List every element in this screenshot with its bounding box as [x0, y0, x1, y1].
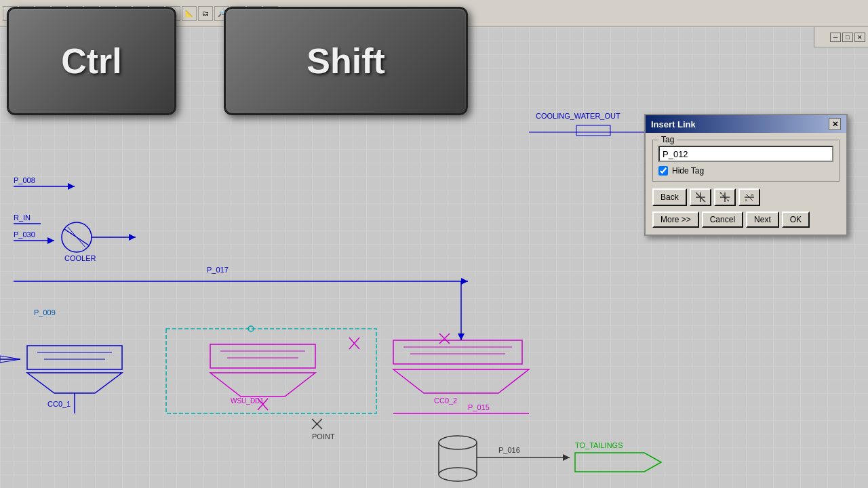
svg-text:P_016: P_016 [498, 446, 520, 454]
ctrl-key: Ctrl [7, 7, 176, 115]
dialog-title: Insert Link [651, 119, 696, 129]
svg-line-14 [68, 227, 85, 247]
icon-btn-2[interactable] [714, 188, 736, 206]
svg-marker-11 [47, 237, 54, 244]
svg-text:P_009: P_009 [34, 308, 56, 317]
icon-btn-3[interactable]: × × [738, 188, 760, 206]
svg-text:CC0_1: CC0_1 [47, 400, 71, 408]
svg-rect-41 [393, 340, 522, 364]
toolbar-icon-13[interactable]: 🗂 [198, 6, 213, 21]
icon-btn-1[interactable] [690, 188, 711, 206]
svg-point-58 [439, 468, 477, 481]
svg-text:R_IN: R_IN [14, 214, 31, 222]
svg-marker-6 [68, 183, 75, 190]
svg-text:P_015: P_015 [468, 403, 490, 411]
right-panel-minimize[interactable]: ─ [830, 33, 841, 42]
back-button[interactable]: Back [652, 188, 687, 206]
dialog-titlebar: Insert Link ✕ [646, 115, 846, 133]
tag-input[interactable] [658, 146, 833, 162]
hide-tag-checkbox[interactable] [658, 166, 668, 176]
svg-text:×: × [745, 197, 748, 203]
cancel-button[interactable]: Cancel [702, 211, 743, 228]
svg-marker-44 [393, 369, 529, 393]
tag-group: Tag Hide Tag [652, 140, 840, 182]
right-panel-close[interactable]: ✕ [854, 33, 865, 42]
svg-text:POINT: POINT [312, 432, 335, 441]
dialog-body: Tag Hide Tag Back [646, 133, 846, 235]
ctrl-key-label: Ctrl [61, 41, 122, 81]
shift-key-label: Shift [307, 41, 385, 81]
svg-marker-20 [461, 278, 468, 285]
shift-key: Shift [224, 7, 468, 115]
svg-rect-24 [27, 346, 122, 369]
svg-text:COOLING_WATER_OUT: COOLING_WATER_OUT [536, 112, 620, 120]
svg-text:COOLER: COOLER [64, 254, 96, 262]
svg-marker-64 [575, 453, 661, 472]
dialog-button-row-1: Back × × [652, 188, 840, 206]
svg-text:CC0_2: CC0_2 [434, 396, 457, 405]
ok-button[interactable]: OK [782, 211, 810, 228]
svg-text:P_008: P_008 [14, 176, 35, 184]
hide-tag-row: Hide Tag [658, 166, 833, 176]
svg-text:P_017: P_017 [207, 266, 229, 274]
dialog-close-button[interactable]: ✕ [829, 118, 841, 130]
svg-text:TO_TAILINGS: TO_TAILINGS [575, 441, 623, 449]
svg-text:P_030: P_030 [14, 230, 35, 239]
svg-text:WSU_DD1: WSU_DD1 [231, 397, 264, 405]
svg-marker-49 [458, 333, 465, 340]
svg-marker-62 [563, 454, 570, 461]
next-button[interactable]: Next [746, 211, 779, 228]
tag-group-label: Tag [658, 135, 677, 144]
toolbar-icon-12[interactable]: 📐 [182, 6, 197, 21]
svg-marker-27 [27, 373, 122, 393]
dialog-button-row-2: More >> Cancel Next OK [652, 211, 840, 228]
svg-rect-32 [210, 344, 315, 368]
svg-marker-35 [210, 373, 315, 396]
svg-text:×: × [751, 192, 754, 198]
more-button[interactable]: More >> [652, 211, 699, 228]
svg-marker-17 [129, 234, 136, 241]
svg-point-55 [439, 436, 477, 449]
svg-rect-30 [166, 329, 376, 413]
svg-rect-3 [576, 125, 610, 136]
insert-link-dialog: Insert Link ✕ Tag Hide Tag Back [644, 114, 848, 236]
hide-tag-label: Hide Tag [672, 166, 704, 176]
right-panel-maximize[interactable]: □ [842, 33, 853, 42]
